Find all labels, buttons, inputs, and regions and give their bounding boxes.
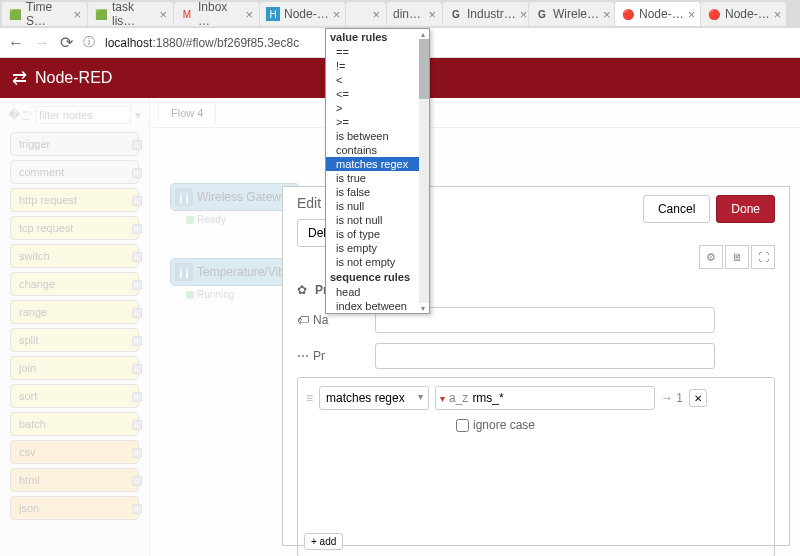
tab[interactable]: 🔴Node-…×: [701, 2, 786, 26]
tab[interactable]: GWirele…×: [529, 2, 614, 26]
reload-button[interactable]: ⟳: [60, 33, 73, 52]
ignore-case-option[interactable]: ignore case: [456, 418, 766, 432]
close-icon[interactable]: ×: [372, 7, 380, 22]
dropdown-scrollbar[interactable]: [419, 39, 429, 303]
close-icon[interactable]: ×: [520, 7, 528, 22]
add-rule-button[interactable]: + add: [304, 533, 343, 550]
browser-tabs: 🟩Time S…× 🟩task lis…× MInbox …× HNode-…×…: [0, 0, 800, 28]
drag-handle-icon[interactable]: ≡: [306, 391, 313, 405]
dialog-tool-icons: ⚙ 🗎 ⛶: [699, 245, 775, 269]
favicon: 🟩: [94, 7, 108, 21]
tab-label: Node-…: [639, 7, 684, 21]
dropdown-item[interactable]: is of type: [326, 227, 429, 241]
expand-icon[interactable]: ⛶: [751, 245, 775, 269]
cancel-button[interactable]: Cancel: [643, 195, 710, 223]
dropdown-category: value rules: [326, 29, 429, 45]
properties-tab-icon[interactable]: ✿: [297, 283, 307, 297]
doc-icon[interactable]: 🗎: [725, 245, 749, 269]
dropdown-item[interactable]: matches regex: [326, 157, 429, 171]
close-icon[interactable]: ×: [73, 7, 81, 22]
node-red-logo-icon: ⇄: [12, 67, 27, 89]
dropdown-item[interactable]: is not empty: [326, 255, 429, 269]
forward-button[interactable]: →: [34, 34, 50, 52]
close-icon[interactable]: ×: [333, 7, 341, 22]
dropdown-item[interactable]: is between: [326, 129, 429, 143]
dropdown-item[interactable]: >=: [326, 115, 429, 129]
dropdown-category: sequence rules: [326, 269, 429, 285]
dropdown-item[interactable]: !=: [326, 59, 429, 73]
property-input[interactable]: [375, 343, 715, 369]
close-icon[interactable]: ×: [603, 7, 611, 22]
favicon: M: [180, 7, 194, 21]
rule-output: → 1: [661, 391, 683, 405]
dropdown-item[interactable]: <: [326, 73, 429, 87]
dropdown-item[interactable]: contains: [326, 143, 429, 157]
rules-container: ≡ matches regex ▾a_zrms_* → 1 ✕ ignore c…: [297, 377, 775, 556]
rule-operator-select[interactable]: matches regex: [319, 386, 429, 410]
tab-label: Wirele…: [553, 7, 599, 21]
dropdown-item[interactable]: is true: [326, 171, 429, 185]
tab[interactable]: ×: [346, 2, 386, 26]
close-icon[interactable]: ×: [688, 7, 696, 22]
dropdown-item[interactable]: is empty: [326, 241, 429, 255]
tab-label: Node-…: [284, 7, 329, 21]
tab[interactable]: MInbox …×: [174, 2, 259, 26]
dots-icon: ⋯: [297, 349, 309, 363]
remove-rule-button[interactable]: ✕: [689, 389, 707, 407]
close-icon[interactable]: ×: [428, 7, 436, 22]
tab-label: task lis…: [112, 2, 155, 26]
tab[interactable]: GIndustr…×: [443, 2, 528, 26]
close-icon[interactable]: ×: [245, 7, 253, 22]
done-button[interactable]: Done: [716, 195, 775, 223]
favicon: G: [535, 7, 549, 21]
scroll-down-icon[interactable]: ▾: [418, 303, 428, 313]
dropdown-item[interactable]: is null: [326, 199, 429, 213]
url-text[interactable]: localhost:1880/#flow/bf269f85.3ec8c: [105, 35, 792, 50]
name-label: 🏷Na: [297, 313, 367, 327]
tab[interactable]: din…×: [387, 2, 442, 26]
app-title: Node-RED: [35, 69, 112, 87]
dropdown-item[interactable]: is false: [326, 185, 429, 199]
tab[interactable]: 🟩task lis…×: [88, 2, 173, 26]
property-label: ⋯Pr: [297, 349, 367, 363]
favicon: 🟩: [8, 7, 22, 21]
tab-label: Industr…: [467, 7, 516, 21]
scrollbar-thumb[interactable]: [419, 39, 429, 99]
favicon: 🔴: [707, 7, 721, 21]
operator-dropdown: ▴ value rules ==!=<<=>>=is betweencontai…: [325, 28, 430, 314]
close-icon[interactable]: ×: [774, 7, 782, 22]
favicon: 🔴: [621, 7, 635, 21]
dropdown-item[interactable]: is not null: [326, 213, 429, 227]
tag-icon: 🏷: [297, 313, 309, 327]
dropdown-item[interactable]: index between: [326, 299, 429, 313]
favicon: H: [266, 7, 280, 21]
tab-label: Node-…: [725, 7, 770, 21]
favicon: G: [449, 7, 463, 21]
tab-label: Inbox …: [198, 2, 241, 26]
tab[interactable]: HNode-…×: [260, 2, 345, 26]
ignore-case-label: ignore case: [473, 418, 535, 432]
tab[interactable]: 🟩Time S…×: [2, 2, 87, 26]
tab-label: din…: [393, 7, 421, 21]
dropdown-item[interactable]: >: [326, 101, 429, 115]
dropdown-item[interactable]: ==: [326, 45, 429, 59]
tab-active[interactable]: 🔴Node-…×: [615, 2, 700, 26]
back-button[interactable]: ←: [8, 34, 24, 52]
ignore-case-checkbox[interactable]: [456, 419, 469, 432]
close-icon[interactable]: ×: [159, 7, 167, 22]
dropdown-item[interactable]: <=: [326, 87, 429, 101]
dropdown-item[interactable]: head: [326, 285, 429, 299]
scroll-up-icon[interactable]: ▴: [418, 29, 428, 39]
gear-icon[interactable]: ⚙: [699, 245, 723, 269]
site-info-icon[interactable]: ⓘ: [83, 34, 95, 51]
rule-row: ≡ matches regex ▾a_zrms_* → 1 ✕: [306, 386, 766, 410]
tab-label: Time S…: [26, 2, 69, 26]
rule-value-input[interactable]: ▾a_zrms_*: [435, 386, 655, 410]
